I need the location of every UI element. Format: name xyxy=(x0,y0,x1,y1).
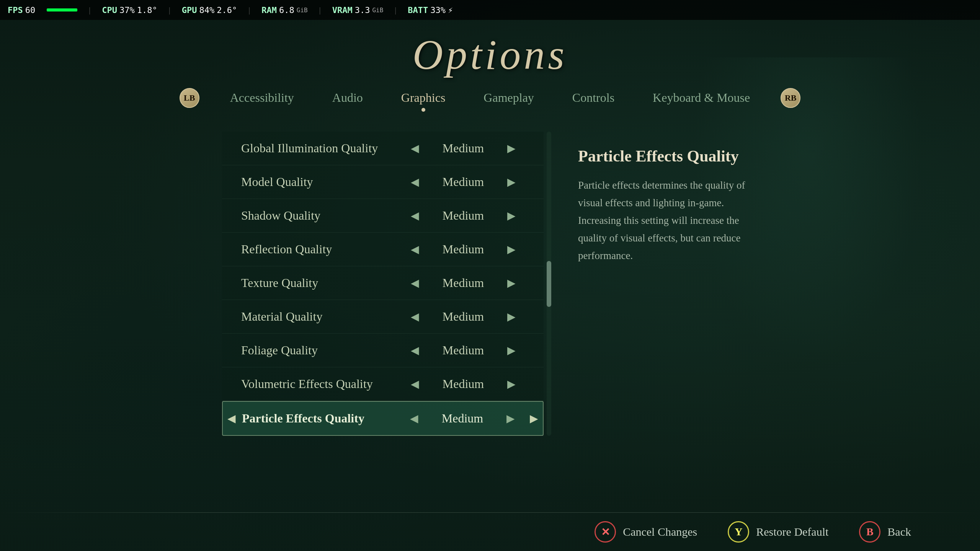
setting-material-quality[interactable]: Material Quality ◀ Medium ▶ xyxy=(222,300,544,334)
arrow-right-button[interactable]: ▶ xyxy=(505,241,518,258)
vram-value: 3.3 xyxy=(355,5,370,15)
detail-title: Particle Effects Quality xyxy=(578,147,746,165)
arrow-left-button[interactable]: ◀ xyxy=(409,174,421,190)
detail-panel: Particle Effects Quality Particle effect… xyxy=(567,132,758,280)
fps-value: 60 xyxy=(25,5,36,15)
arrow-right-button[interactable]: ▶ xyxy=(505,207,518,224)
cpu-percent: 37% xyxy=(119,5,135,15)
fps-counter: FPS 60 xyxy=(8,5,35,15)
fps-label: FPS xyxy=(8,5,23,15)
arrow-left-button[interactable]: ◀ xyxy=(409,376,421,392)
arrow-left-button[interactable]: ◀ xyxy=(409,342,421,359)
setting-volumetric-effects[interactable]: Volumetric Effects Quality ◀ Medium ▶ xyxy=(222,367,544,401)
setting-control: ◀ Medium ▶ xyxy=(402,275,524,291)
arrow-left-button[interactable]: ◀ xyxy=(409,207,421,224)
scrollbar-track[interactable] xyxy=(547,132,551,436)
settings-panel: Global Illumination Quality ◀ Medium ▶ M… xyxy=(222,132,758,436)
nav-tabs: LB Accessibility Audio Graphics Gameplay… xyxy=(180,87,801,109)
vram-counter: VRAM 3.3 GiB xyxy=(332,5,384,15)
back-button[interactable]: B Back xyxy=(859,521,911,543)
arrow-right-button[interactable]: ▶ xyxy=(505,308,518,325)
cpu-temp: 1.8° xyxy=(137,5,157,15)
arrow-left-button[interactable]: ◀ xyxy=(408,410,420,427)
setting-control: ◀ Medium ▶ xyxy=(402,241,524,258)
b-button-icon: B xyxy=(859,521,880,543)
arrow-right-button[interactable]: ▶ xyxy=(505,174,518,190)
tab-gameplay[interactable]: Gameplay xyxy=(476,87,542,109)
batt-counter: BATT 33% ⚡ xyxy=(408,5,453,15)
restore-default-button[interactable]: Y Restore Default xyxy=(728,521,828,543)
arrow-left-button[interactable]: ◀ xyxy=(409,308,421,325)
page-title: Options xyxy=(413,31,567,79)
tab-keyboard-mouse[interactable]: Keyboard & Mouse xyxy=(645,87,758,109)
ram-counter: RAM 6.8 GiB xyxy=(261,5,307,15)
setting-control: ◀ Medium ▶ xyxy=(402,376,524,392)
setting-particle-effects[interactable]: Particle Effects Quality ◀ Medium ▶ xyxy=(222,401,544,436)
fps-graph xyxy=(47,8,77,11)
hud-bar: FPS 60 | CPU 37% 1.8° | GPU 84% 2.6° | R… xyxy=(0,0,980,20)
arrow-right-button[interactable]: ▶ xyxy=(505,410,517,427)
restore-default-label: Restore Default xyxy=(756,525,828,538)
vram-unit: GiB xyxy=(372,7,383,14)
detail-description: Particle effects determines the quality … xyxy=(578,177,746,264)
fps-graph-fill xyxy=(47,8,77,11)
vram-label: VRAM xyxy=(332,5,353,15)
batt-label: BATT xyxy=(408,5,428,15)
gpu-percent: 84% xyxy=(199,5,215,15)
arrow-right-button[interactable]: ▶ xyxy=(505,342,518,359)
action-bar: ✕ Cancel Changes Y Restore Default B Bac… xyxy=(0,513,980,551)
setting-model-quality[interactable]: Model Quality ◀ Medium ▶ xyxy=(222,165,544,199)
settings-list: Global Illumination Quality ◀ Medium ▶ M… xyxy=(222,132,544,436)
nav-rb-button[interactable]: RB xyxy=(781,88,800,108)
ram-unit: GiB xyxy=(297,7,308,14)
setting-foliage-quality[interactable]: Foliage Quality ◀ Medium ▶ xyxy=(222,334,544,367)
cpu-counter: CPU 37% 1.8° xyxy=(102,5,157,15)
setting-reflection-quality[interactable]: Reflection Quality ◀ Medium ▶ xyxy=(222,233,544,266)
setting-texture-quality[interactable]: Texture Quality ◀ Medium ▶ xyxy=(222,266,544,300)
arrow-right-button[interactable]: ▶ xyxy=(505,376,518,392)
tab-accessibility[interactable]: Accessibility xyxy=(222,87,302,109)
tab-controls[interactable]: Controls xyxy=(565,87,622,109)
back-label: Back xyxy=(887,525,911,538)
setting-control: ◀ Medium ▶ xyxy=(402,174,524,190)
arrow-right-button[interactable]: ▶ xyxy=(505,140,518,156)
setting-control: ◀ Medium ▶ xyxy=(402,342,524,359)
setting-global-illumination[interactable]: Global Illumination Quality ◀ Medium ▶ xyxy=(222,132,544,165)
gpu-temp: 2.6° xyxy=(217,5,237,15)
main-content: Options LB Accessibility Audio Graphics … xyxy=(0,0,980,551)
cpu-label: CPU xyxy=(102,5,117,15)
tab-graphics[interactable]: Graphics xyxy=(394,87,453,109)
ram-value: 6.8 xyxy=(279,5,294,15)
setting-control: ◀ Medium ▶ xyxy=(402,308,524,325)
setting-shadow-quality[interactable]: Shadow Quality ◀ Medium ▶ xyxy=(222,199,544,233)
x-button-icon: ✕ xyxy=(595,521,616,543)
cancel-changes-label: Cancel Changes xyxy=(623,525,697,538)
arrow-left-button[interactable]: ◀ xyxy=(409,275,421,291)
setting-control: ◀ Medium ▶ xyxy=(402,140,524,156)
gpu-counter: GPU 84% 2.6° xyxy=(182,5,237,15)
arrow-left-button[interactable]: ◀ xyxy=(409,241,421,258)
scrollbar-thumb[interactable] xyxy=(547,261,551,307)
tab-audio[interactable]: Audio xyxy=(325,87,371,109)
batt-value: 33% xyxy=(430,5,446,15)
arrow-right-button[interactable]: ▶ xyxy=(505,275,518,291)
setting-control: ◀ Medium ▶ xyxy=(401,410,524,427)
arrow-left-button[interactable]: ◀ xyxy=(409,140,421,156)
y-button-icon: Y xyxy=(728,521,749,543)
nav-lb-button[interactable]: LB xyxy=(180,88,199,108)
setting-control: ◀ Medium ▶ xyxy=(402,207,524,224)
batt-icon: ⚡ xyxy=(448,5,453,15)
gpu-label: GPU xyxy=(182,5,197,15)
cancel-changes-button[interactable]: ✕ Cancel Changes xyxy=(595,521,697,543)
ram-label: RAM xyxy=(261,5,277,15)
